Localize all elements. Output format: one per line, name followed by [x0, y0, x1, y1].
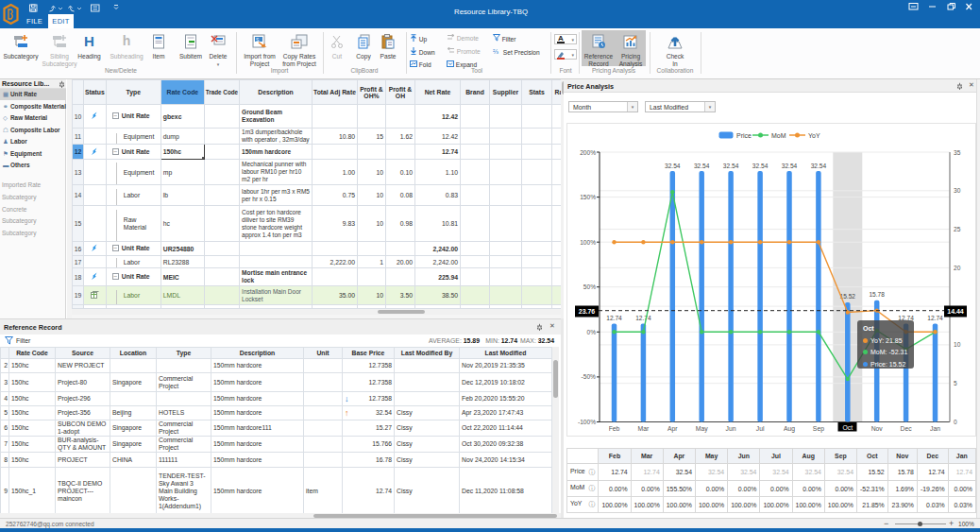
svg-text:15.78: 15.78 — [869, 291, 885, 298]
svg-text:32.54: 32.54 — [665, 163, 681, 169]
svg-text:⅔: ⅔ — [493, 48, 498, 55]
svg-text:12.74: 12.74 — [927, 315, 943, 321]
svg-text:MoM: MoM — [771, 132, 786, 139]
svg-text:Aug: Aug — [784, 425, 795, 433]
svg-text:Jun: Jun — [726, 425, 736, 432]
svg-text:25: 25 — [954, 226, 961, 232]
svg-text:Feb: Feb — [609, 425, 620, 432]
svg-text:32.54: 32.54 — [723, 163, 739, 169]
svg-text:14.44: 14.44 — [947, 308, 964, 315]
svg-text:10: 10 — [954, 341, 961, 348]
svg-text:32.54: 32.54 — [811, 163, 827, 169]
svg-text:Price: Price — [736, 132, 752, 139]
svg-text:5: 5 — [954, 380, 957, 386]
svg-text:100%: 100% — [580, 239, 596, 246]
svg-text:-100%: -100% — [578, 419, 596, 425]
svg-text:12.74: 12.74 — [606, 315, 622, 321]
svg-text:0: 0 — [954, 419, 957, 425]
svg-text:Nov: Nov — [871, 425, 884, 432]
svg-text:30: 30 — [954, 187, 961, 194]
svg-text:May: May — [696, 425, 708, 433]
svg-text:Mar: Mar — [638, 425, 650, 432]
svg-text:Jul: Jul — [756, 425, 765, 432]
svg-text:12.74: 12.74 — [635, 315, 651, 321]
svg-text:50%: 50% — [583, 283, 596, 290]
svg-text:Sep: Sep — [813, 425, 824, 433]
svg-text:200%: 200% — [580, 149, 596, 156]
svg-text:Jan: Jan — [930, 425, 940, 432]
svg-text:150%: 150% — [580, 194, 596, 200]
svg-text:32.54: 32.54 — [694, 163, 710, 169]
svg-text:35: 35 — [954, 149, 961, 156]
svg-text:0%: 0% — [586, 329, 596, 335]
svg-text:32.54: 32.54 — [752, 163, 769, 169]
svg-text:32.54: 32.54 — [782, 163, 798, 169]
svg-text:23.76: 23.76 — [579, 308, 596, 315]
svg-text:Dec: Dec — [901, 425, 913, 432]
svg-text:Oct: Oct — [843, 424, 853, 431]
svg-text:Apr: Apr — [667, 425, 678, 433]
svg-text:-50%: -50% — [582, 373, 597, 380]
svg-text:20: 20 — [954, 265, 961, 271]
svg-text:YoY: YoY — [808, 132, 820, 139]
